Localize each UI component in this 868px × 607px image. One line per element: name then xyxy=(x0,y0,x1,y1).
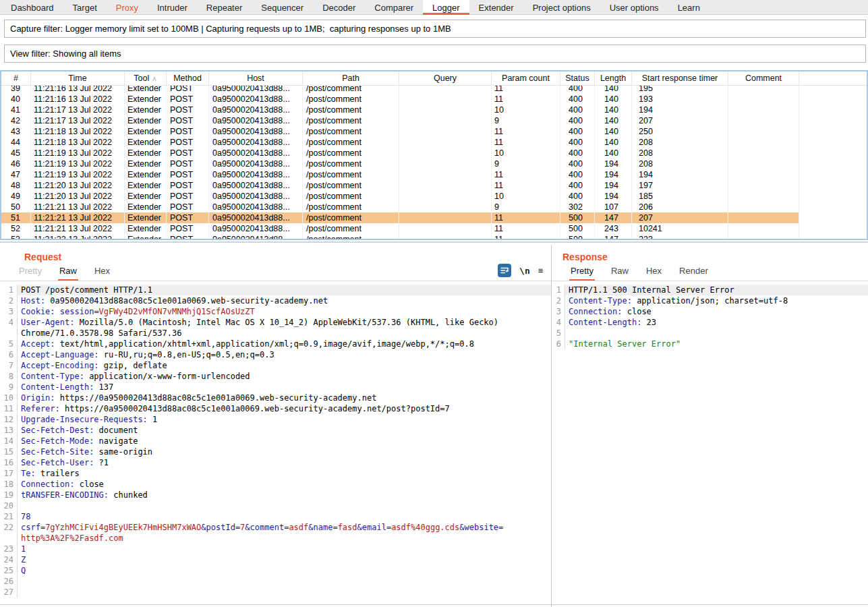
cell-query xyxy=(399,105,492,115)
column-header-time[interactable]: Time xyxy=(31,71,125,85)
response-line-3: 3Connection: close xyxy=(552,306,868,317)
cell-host: 0a9500020413d88... xyxy=(209,137,303,148)
column-header-path[interactable]: Path xyxy=(303,71,399,85)
syntax-segment: 1 xyxy=(148,415,157,424)
log-row-46[interactable]: 4611:21:19 13 Jul 2022ExtenderPOST0a9500… xyxy=(1,158,867,169)
log-row-53[interactable]: 5311:21:22 13 Jul 2022ExtenderPOST0a9500… xyxy=(1,234,867,239)
log-row-48[interactable]: 4811:21:20 13 Jul 2022ExtenderPOST0a9500… xyxy=(1,180,867,191)
column-header-tool[interactable]: Tool∧ xyxy=(125,71,167,85)
cell-length: 140 xyxy=(595,94,632,105)
tab-extender[interactable]: Extender xyxy=(469,0,523,15)
line-content: Sec-Fetch-Mode: navigate xyxy=(18,436,551,446)
tab-sequencer[interactable]: Sequencer xyxy=(252,0,313,15)
cell-query xyxy=(399,234,492,239)
tab-intruder[interactable]: Intruder xyxy=(148,0,197,15)
tab-user-options[interactable]: User options xyxy=(600,0,668,15)
log-row-50[interactable]: 5011:21:21 13 Jul 2022ExtenderPOST0a9500… xyxy=(1,202,867,212)
column-label: Path xyxy=(342,74,359,83)
tab-repeater[interactable]: Repeater xyxy=(197,0,252,15)
request-panel-title: Request xyxy=(0,245,551,262)
capture-filter-bar[interactable]: Capture filter: Logger memory limit set … xyxy=(4,20,866,38)
request-line-5: 5Accept: text/html,application/xhtml+xml… xyxy=(0,339,551,349)
log-row-49[interactable]: 4911:21:20 13 Jul 2022ExtenderPOST0a9500… xyxy=(1,191,867,202)
syntax-segment: chunked xyxy=(109,490,148,500)
editor-menu-icon[interactable]: ≡ xyxy=(538,264,543,277)
cell-path: /post/comment xyxy=(303,137,399,148)
syntax-segment: ?1 xyxy=(94,458,109,467)
column-header-param-count[interactable]: Param count xyxy=(492,71,560,85)
tab-logger[interactable]: Logger xyxy=(423,0,469,15)
tab-proxy[interactable]: Proxy xyxy=(107,0,148,15)
cell-path: /post/comment xyxy=(303,158,399,169)
newline-chars-icon[interactable]: \n xyxy=(519,264,530,277)
cell-comment xyxy=(728,169,799,180)
column-header-start-response-timer[interactable]: Start response timer xyxy=(632,71,728,85)
syntax-segment: &name= xyxy=(308,523,337,532)
cell-status: 400 xyxy=(560,191,595,202)
column-label: # xyxy=(13,74,18,83)
log-row-40[interactable]: 4011:21:16 13 Jul 2022ExtenderPOST0a9500… xyxy=(1,94,867,105)
column-label: Status xyxy=(565,74,589,83)
column-header-query[interactable]: Query xyxy=(399,71,492,85)
tab-dashboard[interactable]: Dashboard xyxy=(1,0,63,15)
log-row-47[interactable]: 4711:21:19 13 Jul 2022ExtenderPOST0a9500… xyxy=(1,169,867,180)
log-row-41[interactable]: 4111:21:17 13 Jul 2022ExtenderPOST0a9500… xyxy=(1,105,867,115)
cell-tool: Extender xyxy=(125,169,167,180)
request-line-1: 1POST /post/comment HTTP/1.1 xyxy=(0,285,551,295)
request-editor[interactable]: 1POST /post/comment HTTP/1.12Host: 0a950… xyxy=(0,281,551,605)
column-header-status[interactable]: Status xyxy=(560,71,595,85)
response-tab-pretty[interactable]: Pretty xyxy=(569,266,595,281)
syntax-segment: Upgrade-Insecure-Requests: xyxy=(21,415,148,424)
log-row-44[interactable]: 4411:21:18 13 Jul 2022ExtenderPOST0a9500… xyxy=(1,137,867,148)
line-number: 25 xyxy=(0,565,18,576)
response-editor[interactable]: 1HTTP/1.1 500 Internal Server Error2Cont… xyxy=(552,281,868,605)
cell-status: 400 xyxy=(560,148,595,158)
syntax-segment: Te: xyxy=(21,469,36,478)
column-label: Length xyxy=(600,74,626,83)
column-header-method[interactable]: Method xyxy=(167,71,209,85)
log-row-42[interactable]: 4211:21:17 13 Jul 2022ExtenderPOST0a9500… xyxy=(1,115,867,126)
line-number: 24 xyxy=(0,554,18,565)
cell-method: POST xyxy=(167,212,209,223)
cell-query xyxy=(399,158,492,169)
syntax-segment: Sec-Fetch-Mode: xyxy=(21,436,94,446)
cell-query xyxy=(399,126,492,137)
tab-comparer[interactable]: Comparer xyxy=(365,0,423,15)
cell-length: 194 xyxy=(595,180,632,191)
view-filter-bar[interactable]: View filter: Showing all items xyxy=(4,45,866,63)
request-line-11: 11Referer: https://0a9500020413d88ac08c5… xyxy=(0,403,551,414)
request-line-20: 20 xyxy=(0,500,551,511)
log-row-43[interactable]: 4311:21:18 13 Jul 2022ExtenderPOST0a9500… xyxy=(1,126,867,137)
column-header-host[interactable]: Host xyxy=(209,71,303,85)
cell-param-count: 11 xyxy=(492,137,560,148)
cell-time: 11:21:18 13 Jul 2022 xyxy=(31,137,125,148)
cell-path: /post/comment xyxy=(303,115,399,126)
logger-table-body[interactable]: 3911:21:16 13 Jul 2022ExtenderPOST0a9500… xyxy=(1,86,867,239)
request-tab-raw[interactable]: Raw xyxy=(58,266,78,281)
tab-target[interactable]: Target xyxy=(63,0,107,15)
response-tab-hex[interactable]: Hex xyxy=(645,266,663,281)
tab-learn[interactable]: Learn xyxy=(668,0,710,15)
tab-project-options[interactable]: Project options xyxy=(523,0,600,15)
log-row-52[interactable]: 5211:21:21 13 Jul 2022ExtenderPOST0a9500… xyxy=(1,223,867,234)
column-header-[interactable]: # xyxy=(1,71,31,85)
cell-status: 500 xyxy=(560,234,595,239)
log-row-51[interactable]: 5111:21:21 13 Jul 2022ExtenderPOST0a9500… xyxy=(1,212,867,223)
log-row-39[interactable]: 3911:21:16 13 Jul 2022ExtenderPOST0a9500… xyxy=(1,86,867,94)
tab-decoder[interactable]: Decoder xyxy=(313,0,365,15)
cell-tool: Extender xyxy=(125,158,167,169)
cell-host: 0a9500020413d88... xyxy=(209,158,303,169)
line-content: Sec-Fetch-User: ?1 xyxy=(18,457,551,468)
cell-time: 11:21:21 13 Jul 2022 xyxy=(31,212,125,223)
response-tab-render[interactable]: Render xyxy=(678,266,710,281)
wrap-lines-icon[interactable] xyxy=(498,264,511,277)
request-tab-hex[interactable]: Hex xyxy=(93,266,111,281)
column-header-comment[interactable]: Comment xyxy=(728,71,799,85)
column-header-length[interactable]: Length xyxy=(595,71,632,85)
line-content: Connection: close xyxy=(565,306,868,317)
horizontal-splitter[interactable] xyxy=(0,241,868,243)
log-row-45[interactable]: 4511:21:19 13 Jul 2022ExtenderPOST0a9500… xyxy=(1,148,867,158)
cell-comment xyxy=(728,115,799,126)
response-tab-raw[interactable]: Raw xyxy=(610,266,630,281)
cell-num: 49 xyxy=(1,191,31,202)
